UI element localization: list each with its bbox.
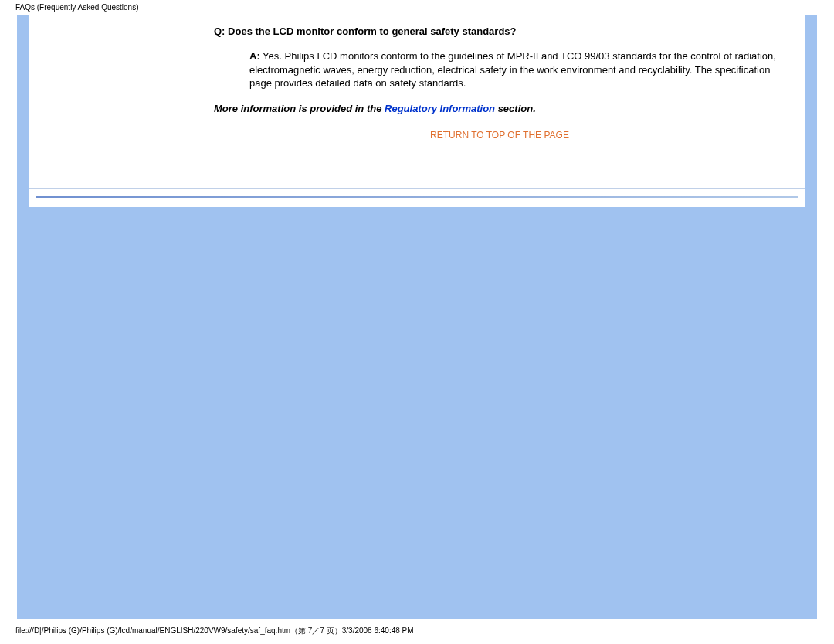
- more-info-prefix: More information is provided in the: [214, 103, 385, 114]
- page-header-title: FAQs (Frequently Asked Questions): [0, 0, 834, 15]
- main-container: Q: Does the LCD monitor conform to gener…: [17, 15, 817, 619]
- more-info-suffix: section.: [495, 103, 536, 114]
- q-prefix: Q:: [214, 25, 225, 37]
- faq-answer: A: Yes. Philips LCD monitors conform to …: [214, 49, 785, 90]
- question-text: Does the LCD monitor conform to general …: [228, 25, 516, 37]
- faq-question: Q: Does the LCD monitor conform to gener…: [214, 25, 785, 37]
- more-info-line: More information is provided in the Regu…: [214, 103, 785, 114]
- a-prefix: A:: [249, 50, 260, 62]
- content-box: Q: Does the LCD monitor conform to gener…: [29, 15, 805, 188]
- regulatory-info-link[interactable]: Regulatory Information: [385, 103, 495, 114]
- answer-text: Yes. Philips LCD monitors conform to the…: [249, 50, 776, 89]
- return-to-top-link[interactable]: RETURN TO TOP OF THE PAGE: [214, 130, 785, 150]
- footer-file-path: file:///D|/Philips (G)/Philips (G)/lcd/m…: [15, 625, 414, 636]
- content-inner: Q: Does the LCD monitor conform to gener…: [29, 15, 805, 165]
- divider-section: [29, 188, 805, 207]
